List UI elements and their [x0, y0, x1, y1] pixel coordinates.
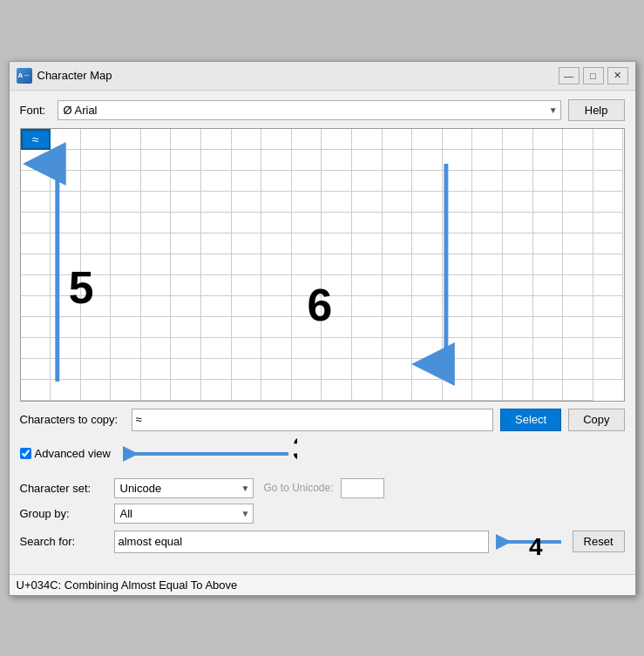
- list-item[interactable]: [201, 317, 232, 338]
- list-item[interactable]: [503, 380, 533, 401]
- list-item[interactable]: [533, 171, 564, 192]
- list-item[interactable]: [201, 359, 232, 380]
- list-item[interactable]: [322, 192, 352, 213]
- list-item[interactable]: [201, 338, 232, 359]
- reset-button[interactable]: Reset: [573, 531, 625, 552]
- list-item[interactable]: [292, 150, 322, 171]
- list-item[interactable]: [111, 380, 141, 401]
- list-item[interactable]: [81, 171, 112, 192]
- list-item[interactable]: [51, 213, 81, 233]
- list-item[interactable]: [232, 296, 262, 317]
- list-item[interactable]: [352, 233, 383, 254]
- list-item[interactable]: [533, 317, 564, 338]
- list-item[interactable]: [443, 254, 473, 275]
- list-item[interactable]: [563, 129, 593, 150]
- list-item[interactable]: [563, 338, 593, 359]
- list-item[interactable]: [383, 275, 413, 296]
- list-item[interactable]: [292, 296, 322, 317]
- list-item[interactable]: [81, 129, 112, 150]
- list-item[interactable]: [503, 275, 533, 296]
- list-item[interactable]: [201, 254, 232, 275]
- list-item[interactable]: [533, 150, 564, 171]
- select-button[interactable]: Select: [500, 409, 561, 431]
- list-item[interactable]: [21, 296, 51, 317]
- list-item[interactable]: [472, 380, 503, 401]
- list-item[interactable]: [443, 359, 473, 380]
- search-for-input[interactable]: [114, 531, 489, 553]
- list-item[interactable]: [261, 213, 292, 233]
- list-item[interactable]: [533, 338, 564, 359]
- list-item[interactable]: [563, 192, 593, 213]
- list-item[interactable]: [81, 380, 112, 401]
- list-item[interactable]: [201, 150, 232, 171]
- list-item[interactable]: [51, 150, 81, 171]
- list-item[interactable]: [503, 129, 533, 150]
- list-item[interactable]: [472, 275, 503, 296]
- list-item[interactable]: [81, 275, 112, 296]
- list-item[interactable]: [412, 233, 443, 254]
- list-item[interactable]: [51, 296, 81, 317]
- list-item[interactable]: [443, 171, 473, 192]
- list-item[interactable]: [201, 296, 232, 317]
- list-item[interactable]: [412, 171, 443, 192]
- list-item[interactable]: [352, 254, 383, 275]
- list-item[interactable]: [563, 213, 593, 233]
- list-item[interactable]: [261, 129, 292, 150]
- chars-to-copy-input[interactable]: [132, 409, 494, 431]
- list-item[interactable]: [261, 254, 292, 275]
- list-item[interactable]: [412, 213, 443, 233]
- list-item[interactable]: [81, 338, 112, 359]
- list-item[interactable]: [322, 150, 352, 171]
- list-item[interactable]: [51, 233, 81, 254]
- list-item[interactable]: [21, 171, 51, 192]
- list-item[interactable]: [503, 338, 533, 359]
- list-item[interactable]: [141, 233, 172, 254]
- list-item[interactable]: [171, 254, 201, 275]
- list-item[interactable]: [292, 213, 322, 233]
- list-item[interactable]: [322, 213, 352, 233]
- font-select[interactable]: Ø Arial: [58, 100, 561, 120]
- list-item[interactable]: [141, 171, 172, 192]
- list-item[interactable]: [352, 359, 383, 380]
- list-item[interactable]: [593, 296, 624, 317]
- list-item[interactable]: [21, 380, 51, 401]
- list-item[interactable]: [352, 150, 383, 171]
- list-item[interactable]: [201, 233, 232, 254]
- list-item[interactable]: [412, 275, 443, 296]
- list-item[interactable]: [232, 275, 262, 296]
- list-item[interactable]: [443, 213, 473, 233]
- list-item[interactable]: [503, 192, 533, 213]
- list-item[interactable]: [21, 254, 51, 275]
- list-item[interactable]: [412, 150, 443, 171]
- list-item[interactable]: [533, 129, 564, 150]
- list-item[interactable]: [292, 275, 322, 296]
- list-item[interactable]: [141, 359, 172, 380]
- list-item[interactable]: [111, 275, 141, 296]
- list-item[interactable]: [563, 233, 593, 254]
- list-item[interactable]: [533, 254, 564, 275]
- list-item[interactable]: [232, 233, 262, 254]
- list-item[interactable]: [563, 171, 593, 192]
- list-item[interactable]: [111, 359, 141, 380]
- list-item[interactable]: [563, 150, 593, 171]
- list-item[interactable]: [322, 233, 352, 254]
- list-item[interactable]: [412, 296, 443, 317]
- list-item[interactable]: [261, 296, 292, 317]
- list-item[interactable]: [292, 192, 322, 213]
- list-item[interactable]: [171, 359, 201, 380]
- list-item[interactable]: [352, 213, 383, 233]
- list-item[interactable]: [472, 254, 503, 275]
- list-item[interactable]: [201, 129, 232, 150]
- list-item[interactable]: [261, 380, 292, 401]
- list-item[interactable]: [412, 359, 443, 380]
- list-item[interactable]: [593, 338, 624, 359]
- list-item[interactable]: [201, 213, 232, 233]
- list-item[interactable]: [171, 171, 201, 192]
- list-item[interactable]: [352, 317, 383, 338]
- list-item[interactable]: [292, 380, 322, 401]
- list-item[interactable]: [533, 233, 564, 254]
- list-item[interactable]: [21, 233, 51, 254]
- character-set-select[interactable]: Unicode: [114, 478, 254, 498]
- list-item[interactable]: [322, 317, 352, 338]
- list-item[interactable]: [141, 192, 172, 213]
